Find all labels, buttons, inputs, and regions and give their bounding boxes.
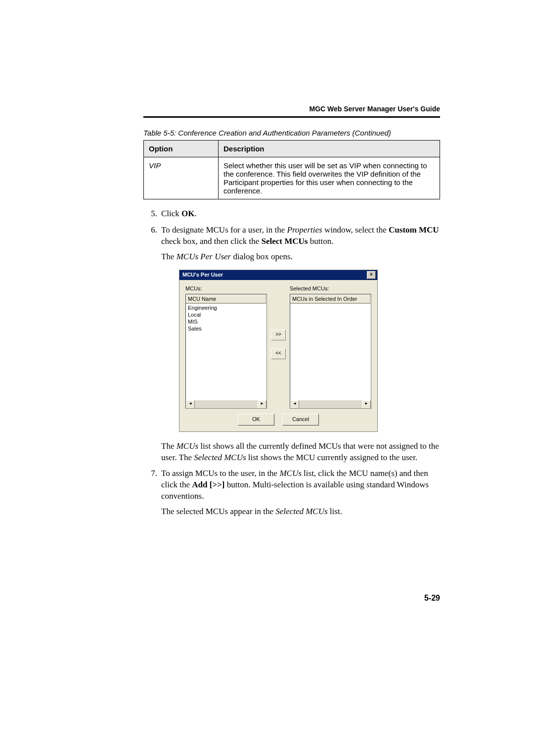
step-6-subtext: The MCUs Per User dialog box opens. [161, 251, 440, 263]
ok-button[interactable]: OK [238, 414, 274, 425]
scroll-left-icon[interactable]: ◄ [186, 400, 195, 409]
selected-list-header[interactable]: MCUs in Selected In Order [290, 294, 371, 304]
italic-mcus-per-user: MCUs Per User [177, 252, 231, 261]
cancel-button[interactable]: Cancel [282, 414, 319, 425]
step-5: Click OK. [143, 208, 440, 220]
selected-listbox[interactable]: MCUs in Selected In Order ◄ ► [290, 294, 371, 409]
text: To assign MCUs to the user, in the [161, 469, 279, 478]
text: To designate MCUs for a user, in the [161, 225, 287, 235]
text: list shows the MCU currently assigned to… [246, 453, 418, 462]
selected-column: Selected MCUs: MCUs in Selected In Order… [290, 285, 371, 409]
scroll-right-icon[interactable]: ► [258, 400, 267, 409]
list-item[interactable]: Engineering [188, 304, 265, 311]
dialog-title: MCU's Per User [182, 271, 223, 279]
mcus-per-user-dialog: MCU's Per User × MCUs: MCU Name Engineer… [179, 270, 378, 432]
td-option-vip: VIP [144, 157, 219, 199]
text: The selected MCUs appear in the [161, 507, 275, 516]
scroll-left-icon[interactable]: ◄ [290, 400, 299, 409]
text: window, select the [322, 225, 389, 235]
italic-selected-mcus: Selected MCUs [194, 453, 246, 462]
italic-mcus: MCUs [177, 441, 198, 451]
text: list. [328, 507, 342, 516]
italic-mcus-list: MCUs [279, 469, 301, 478]
transfer-buttons: >> << [271, 285, 286, 409]
text: check box, and then click the [161, 236, 262, 246]
scroll-right-icon[interactable]: ► [362, 400, 371, 409]
bold-ok: OK [181, 209, 194, 218]
step-6: To designate MCUs for a user, in the Pro… [143, 225, 440, 464]
step-list: Click OK. To designate MCUs for a user, … [143, 208, 440, 518]
italic-selected-mcus-2: Selected MCUs [275, 507, 327, 516]
mcus-column: MCUs: MCU Name Engineering Local MIS Sal… [185, 285, 267, 409]
table-row: VIP Select whether this user will be set… [144, 157, 440, 199]
mcus-scrollbar[interactable]: ◄ ► [186, 400, 267, 408]
text: dialog box opens. [231, 252, 293, 261]
selected-list-items[interactable] [290, 304, 371, 400]
param-table: Option Description VIP Select whether th… [143, 140, 440, 199]
mcus-list-header[interactable]: MCU Name [186, 294, 267, 304]
text: The [161, 252, 177, 261]
bold-custom-mcu: Custom MCU [389, 225, 439, 235]
running-header: MGC Web Server Manager User's Guide [310, 105, 441, 113]
list-item[interactable]: Local [188, 311, 265, 318]
para-after-dialog: The MCUs list shows all the currently de… [161, 441, 440, 464]
text: . [195, 209, 197, 218]
italic-properties: Properties [287, 225, 322, 235]
dialog-body: MCUs: MCU Name Engineering Local MIS Sal… [179, 280, 377, 431]
add-button[interactable]: >> [271, 330, 286, 340]
td-desc-vip: Select whether this user will be set as … [219, 157, 440, 199]
selected-label: Selected MCUs: [290, 285, 371, 292]
remove-button[interactable]: << [271, 348, 286, 359]
dialog-button-row: OK Cancel [185, 414, 371, 425]
text: Click [161, 209, 181, 218]
dialog-titlebar[interactable]: MCU's Per User × [179, 270, 377, 280]
close-icon[interactable]: × [367, 271, 376, 279]
step-7: To assign MCUs to the user, in the MCUs … [143, 468, 440, 518]
th-description: Description [219, 141, 440, 157]
list-item[interactable]: MIS [188, 318, 265, 325]
table-header-row: Option Description [144, 141, 440, 157]
mcus-label: MCUs: [185, 285, 267, 292]
mcus-listbox[interactable]: MCU Name Engineering Local MIS Sales ◄ ► [185, 294, 267, 409]
th-option: Option [144, 141, 219, 157]
page-number: 5-29 [424, 594, 440, 603]
list-item[interactable]: Sales [188, 325, 265, 332]
table-caption: Table 5-5: Conference Creation and Authe… [143, 129, 440, 137]
text: button. [308, 236, 333, 246]
mcus-list-items[interactable]: Engineering Local MIS Sales [186, 304, 267, 400]
step-7-subtext: The selected MCUs appear in the Selected… [161, 506, 440, 518]
header-rule [143, 116, 440, 118]
text: The [161, 441, 177, 451]
bold-add: Add [>>] [192, 480, 224, 489]
selected-scrollbar[interactable]: ◄ ► [290, 400, 371, 408]
bold-select-mcus: Select MCUs [262, 236, 308, 246]
